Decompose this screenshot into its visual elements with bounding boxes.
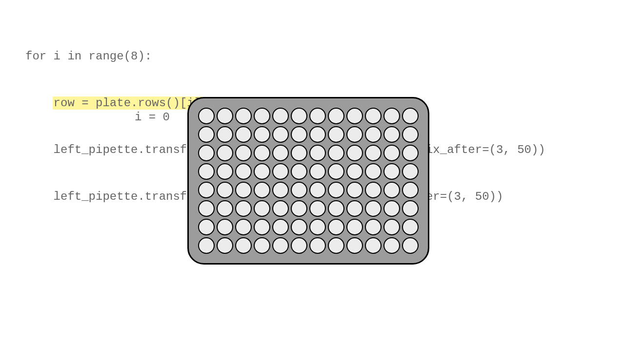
well: [272, 219, 289, 235]
well: [217, 182, 233, 198]
well: [365, 237, 382, 254]
well: [217, 237, 233, 254]
well: [198, 182, 215, 198]
well: [291, 237, 307, 254]
well: [365, 126, 382, 143]
well: [328, 182, 344, 198]
well: [365, 219, 382, 235]
well: [328, 200, 344, 217]
well: [217, 219, 233, 235]
well: [272, 200, 289, 217]
well: [402, 126, 419, 143]
code-line-1: for i in range(8):: [25, 49, 545, 64]
well: [383, 145, 400, 161]
well: [198, 126, 215, 143]
well: [309, 182, 326, 198]
well: [217, 200, 233, 217]
well-plate-grid: [197, 107, 420, 255]
well: [402, 108, 419, 124]
well: [235, 163, 252, 180]
well: [198, 200, 215, 217]
well: [254, 219, 270, 235]
well: [254, 200, 270, 217]
well: [198, 108, 215, 124]
diagram-page: for i in range(8): row = plate.rows()[i]…: [0, 0, 644, 362]
well: [235, 182, 252, 198]
well: [402, 163, 419, 180]
well: [402, 145, 419, 161]
well: [328, 108, 344, 124]
well: [402, 200, 419, 217]
well: [272, 182, 289, 198]
well: [272, 126, 289, 143]
well: [309, 237, 326, 254]
well: [346, 219, 363, 235]
well: [217, 108, 233, 124]
well: [198, 145, 215, 161]
well: [291, 126, 307, 143]
well-plate: [187, 97, 429, 265]
well: [235, 219, 252, 235]
well: [328, 219, 344, 235]
well: [291, 108, 307, 124]
well: [365, 145, 382, 161]
well: [235, 126, 252, 143]
well: [309, 200, 326, 217]
well: [346, 108, 363, 124]
well: [254, 163, 270, 180]
well: [383, 126, 400, 143]
well: [309, 219, 326, 235]
well: [198, 163, 215, 180]
well: [328, 126, 344, 143]
well: [383, 200, 400, 217]
well: [383, 182, 400, 198]
well: [365, 182, 382, 198]
well: [346, 145, 363, 161]
well: [346, 200, 363, 217]
well: [235, 108, 252, 124]
well-plate-container: [187, 97, 429, 265]
well: [272, 237, 289, 254]
well: [272, 163, 289, 180]
well: [254, 182, 270, 198]
well: [254, 126, 270, 143]
well: [328, 163, 344, 180]
well: [309, 126, 326, 143]
well: [328, 237, 344, 254]
well: [309, 108, 326, 124]
well: [346, 237, 363, 254]
well: [291, 163, 307, 180]
well: [383, 163, 400, 180]
well: [346, 126, 363, 143]
well: [254, 237, 270, 254]
code-highlight: row = plate.rows()[i]: [53, 96, 202, 110]
well: [254, 145, 270, 161]
well: [365, 108, 382, 124]
well: [346, 182, 363, 198]
well: [291, 145, 307, 161]
well: [402, 182, 419, 198]
well: [365, 163, 382, 180]
well: [309, 163, 326, 180]
well: [383, 108, 400, 124]
well: [328, 145, 344, 161]
well: [291, 219, 307, 235]
well: [217, 163, 233, 180]
well: [383, 237, 400, 254]
well: [291, 182, 307, 198]
iteration-label: i = 0: [135, 111, 170, 124]
well: [346, 163, 363, 180]
well: [291, 200, 307, 217]
well: [198, 237, 215, 254]
well: [235, 200, 252, 217]
well: [402, 237, 419, 254]
well: [272, 145, 289, 161]
well: [198, 219, 215, 235]
well: [365, 200, 382, 217]
well: [217, 145, 233, 161]
well: [309, 145, 326, 161]
well: [217, 126, 233, 143]
well: [272, 108, 289, 124]
well: [402, 219, 419, 235]
well: [235, 145, 252, 161]
